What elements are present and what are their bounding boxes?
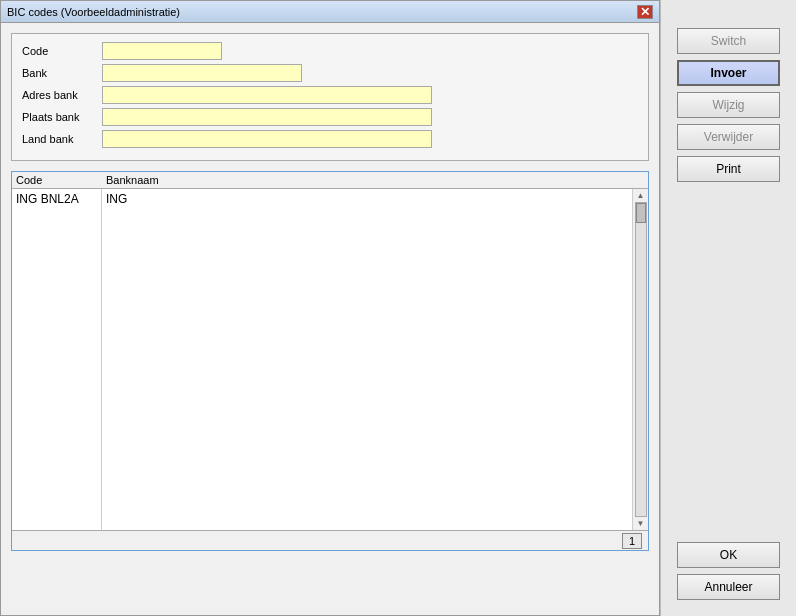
invoer-button[interactable]: Invoer: [677, 60, 780, 86]
annuleer-button[interactable]: Annuleer: [677, 574, 780, 600]
column-header-bank: Banknaam: [106, 174, 644, 186]
input-adres[interactable]: [102, 86, 432, 104]
cell-code: ING BNL2A: [16, 191, 97, 207]
page-number: 1: [622, 533, 642, 549]
input-code[interactable]: [102, 42, 222, 60]
list-item[interactable]: ING BNL2A: [16, 191, 97, 207]
wijzig-button[interactable]: Wijzig: [677, 92, 780, 118]
close-icon: ✕: [640, 5, 650, 19]
window-title: BIC codes (Voorbeeldadministratie): [7, 6, 180, 18]
scrollbar[interactable]: ▲ ▼: [632, 189, 648, 530]
spacer: [677, 188, 780, 536]
verwijder-button[interactable]: Verwijder: [677, 124, 780, 150]
label-adres: Adres bank: [22, 89, 102, 101]
scroll-up-arrow[interactable]: ▲: [637, 191, 645, 200]
switch-button[interactable]: Switch: [677, 28, 780, 54]
list-header: Code Banknaam: [12, 172, 648, 189]
form-row-plaats: Plaats bank: [22, 108, 638, 126]
close-button[interactable]: ✕: [637, 5, 653, 19]
label-land: Land bank: [22, 133, 102, 145]
scroll-track: [635, 202, 647, 517]
form-panel: Code Bank Adres bank Plaats bank Land ba…: [11, 33, 649, 161]
list-panel: Code Banknaam ING BNL2A ING: [11, 171, 649, 551]
content-area: Code Bank Adres bank Plaats bank Land ba…: [1, 23, 659, 565]
rows-area: ING BNL2A ING: [12, 189, 632, 530]
code-column: ING BNL2A: [12, 189, 102, 530]
form-row-land: Land bank: [22, 130, 638, 148]
form-row-bank: Bank: [22, 64, 638, 82]
form-row-adres: Adres bank: [22, 86, 638, 104]
sidebar: Switch Invoer Wijzig Verwijder Print OK …: [660, 0, 796, 616]
list-item-bank[interactable]: ING: [106, 191, 628, 207]
scroll-down-arrow[interactable]: ▼: [637, 519, 645, 528]
list-rows-area: ING BNL2A ING ▲ ▼: [12, 189, 648, 530]
main-window: BIC codes (Voorbeeldadministratie) ✕ Cod…: [0, 0, 660, 616]
label-bank: Bank: [22, 67, 102, 79]
input-land[interactable]: [102, 130, 432, 148]
cell-bank: ING: [106, 191, 628, 207]
bank-column: ING: [102, 189, 632, 530]
input-plaats[interactable]: [102, 108, 432, 126]
label-plaats: Plaats bank: [22, 111, 102, 123]
print-button[interactable]: Print: [677, 156, 780, 182]
input-bank[interactable]: [102, 64, 302, 82]
scroll-thumb[interactable]: [636, 203, 646, 223]
form-row-code: Code: [22, 42, 638, 60]
titlebar: BIC codes (Voorbeeldadministratie) ✕: [1, 1, 659, 23]
column-header-code: Code: [16, 174, 106, 186]
ok-button[interactable]: OK: [677, 542, 780, 568]
list-footer: 1: [12, 530, 648, 550]
label-code: Code: [22, 45, 102, 57]
